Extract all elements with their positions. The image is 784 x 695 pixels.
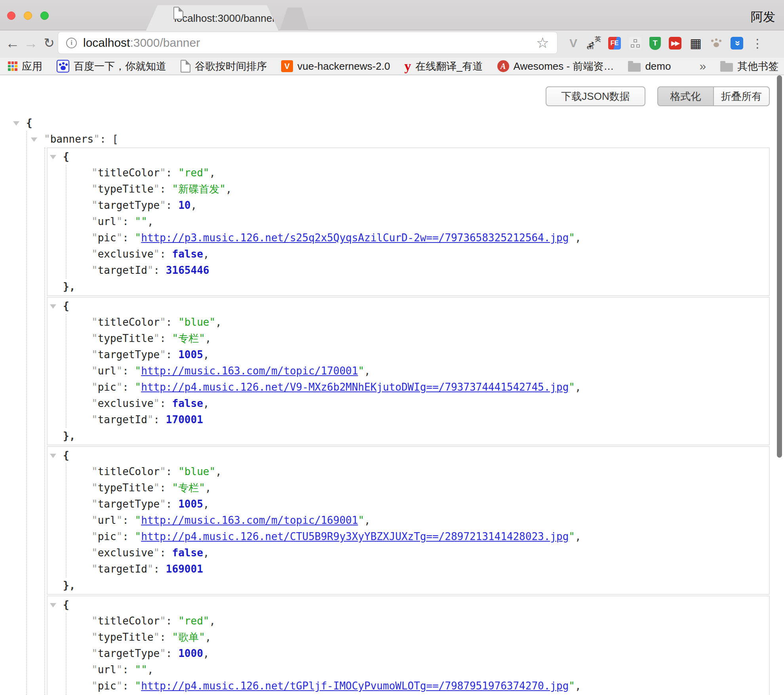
collapse-triangle-icon[interactable]: [50, 597, 63, 613]
json-url-link[interactable]: http://p4.music.126.net/V9-MXz6b2MNhEKju…: [141, 381, 569, 393]
bookmark-star-icon[interactable]: ☆: [536, 36, 549, 50]
address-bar[interactable]: i localhost:3000/banner ☆: [58, 32, 558, 54]
json-object-close: },: [50, 279, 769, 295]
extensions-bar: V 英 ⇄ en FE T ▶▶ ▦ « ⋮: [567, 33, 764, 53]
json-object-properties: "titleColor": "red","typeTitle": "新碟首发",…: [66, 165, 769, 279]
shield-icon[interactable]: T: [649, 37, 661, 50]
json-object-properties: "titleColor": "blue","typeTitle": "专栏","…: [66, 464, 769, 577]
json-property-exclusive: "exclusive": false,: [91, 545, 769, 561]
json-property-targetType: "targetType": 10,: [91, 197, 769, 214]
json-url-link[interactable]: http://p3.music.126.net/s25q2x5QyqsAzilC…: [141, 232, 569, 244]
json-object-close: },: [50, 577, 769, 594]
json-property-typeTitle: "typeTitle": "专栏",: [91, 480, 769, 496]
bookmark-label: 在线翻译_有道: [415, 59, 483, 73]
menu-dots-icon[interactable]: ⋮: [751, 36, 764, 50]
folder-icon: [628, 63, 641, 72]
bookmark-google-sort[interactable]: 谷歌按时间排序: [181, 59, 267, 73]
json-property-url: "url": "http://music.163.com/m/topic/169…: [91, 512, 769, 529]
new-tab-button[interactable]: [280, 8, 309, 31]
url-text: localhost:3000/banner: [83, 36, 536, 50]
download-arrows-icon[interactable]: «: [731, 37, 743, 50]
collapse-triangle-icon[interactable]: [31, 131, 44, 147]
json-viewer: { "banners": [ { "titleColor": "red","ty…: [0, 75, 784, 695]
json-object: { "titleColor": "blue","typeTitle": "专栏"…: [47, 297, 770, 445]
json-property-url: "url": "http://music.163.com/m/topic/170…: [91, 363, 769, 379]
json-url-link[interactable]: http://music.163.com/m/topic/169001: [141, 514, 358, 526]
tab-title: localhost:3000/banner: [174, 12, 276, 25]
collapse-all-button[interactable]: 折叠所有: [714, 86, 770, 106]
page-favicon-icon: [173, 7, 183, 19]
format-button[interactable]: 格式化: [657, 86, 714, 106]
json-property-targetType: "targetType": 1005,: [91, 347, 769, 363]
reload-button[interactable]: ↻: [40, 33, 58, 53]
json-object-properties: "titleColor": "red","typeTitle": "歌单","t…: [66, 613, 769, 695]
json-property-targetType: "targetType": 1005,: [91, 496, 769, 512]
vertical-scrollbar[interactable]: [777, 75, 782, 458]
bookmark-label: 百度一下，你就知道: [74, 59, 166, 73]
json-property-titleColor: "titleColor": "blue",: [91, 464, 769, 480]
vue-devtools-icon[interactable]: V: [567, 36, 580, 50]
page-content: 下载JSON数据 格式化 折叠所有 { "banners": [ { "titl…: [0, 75, 784, 694]
url-host: localhost: [83, 36, 130, 49]
browser-window: localhost:3000/banner × 阿发 ← → ↻ i local…: [0, 0, 784, 695]
json-property-titleColor: "titleColor": "blue",: [91, 314, 769, 330]
other-bookmarks[interactable]: 其他书签: [720, 59, 778, 73]
json-url-link[interactable]: http://p4.music.126.net/CTU5B9R9y3XyYBZX…: [141, 531, 569, 542]
bookmark-baidu[interactable]: 百度一下，你就知道: [57, 59, 166, 73]
collapse-triangle-icon[interactable]: [50, 298, 63, 314]
sitemap-icon[interactable]: [629, 37, 641, 50]
bookmark-youdao[interactable]: y 在线翻译_有道: [404, 59, 483, 73]
back-button[interactable]: ←: [4, 33, 21, 53]
bookmark-label: 应用: [22, 59, 42, 73]
browser-tab[interactable]: localhost:3000/banner ×: [146, 5, 279, 31]
page-icon: [181, 60, 190, 73]
translate-icon[interactable]: 英 ⇄ en: [588, 36, 600, 50]
fast-forward-icon[interactable]: ▶▶: [669, 37, 681, 50]
json-object-open: {: [50, 447, 769, 464]
traffic-lights: [7, 11, 49, 20]
info-icon[interactable]: i: [66, 38, 77, 48]
window-user-label: 阿发: [751, 9, 775, 25]
close-window-icon[interactable]: [7, 11, 15, 20]
json-url-link[interactable]: http://p4.music.126.net/tGPljf-IMOCyPvum…: [141, 680, 569, 692]
json-object-close: },: [50, 428, 769, 444]
collapse-triangle-icon[interactable]: [50, 149, 63, 165]
json-property-targetId: "targetId": 3165446: [91, 262, 769, 279]
json-property-titleColor: "titleColor": "red",: [91, 613, 769, 629]
json-object: { "titleColor": "red","typeTitle": "歌单",…: [47, 596, 770, 695]
bookmarks-overflow-icon[interactable]: »: [699, 59, 706, 73]
json-property-targetId: "targetId": 170001: [91, 412, 769, 428]
json-property-exclusive: "exclusive": false,: [91, 395, 769, 412]
json-object: { "titleColor": "blue","typeTitle": "专栏"…: [47, 446, 770, 595]
collapse-triangle-icon[interactable]: [13, 115, 26, 131]
youdao-icon: y: [404, 60, 411, 72]
bookmark-apps[interactable]: 应用: [8, 59, 42, 73]
json-property-pic: "pic": "http://p4.music.126.net/tGPljf-I…: [91, 678, 769, 694]
url-path: :3000/banner: [130, 36, 200, 49]
paw-icon[interactable]: [710, 37, 723, 50]
download-json-button[interactable]: 下载JSON数据: [546, 86, 645, 106]
bookmark-awesomes[interactable]: A Awesomes - 前端资…: [497, 59, 614, 73]
json-property-url: "url": "",: [91, 214, 769, 230]
fe-icon[interactable]: FE: [608, 37, 621, 50]
minimize-window-icon[interactable]: [24, 11, 32, 20]
bookmark-demo-folder[interactable]: demo: [628, 60, 671, 73]
json-url-link[interactable]: http://music.163.com/m/topic/170001: [141, 365, 358, 377]
collapse-triangle-icon[interactable]: [50, 447, 63, 464]
json-root-children: "banners": [ { "titleColor": "red","type…: [26, 131, 770, 695]
bookmark-label: vue-hackernews-2.0: [297, 60, 390, 73]
forward-button[interactable]: →: [22, 33, 40, 53]
json-actions: 下载JSON数据 格式化 折叠所有: [546, 86, 770, 106]
json-property-targetType: "targetType": 1000,: [91, 645, 769, 662]
json-object-open: {: [50, 149, 769, 165]
qrcode-icon[interactable]: ▦: [689, 36, 702, 50]
bookmark-vue-hackernews[interactable]: V vue-hackernews-2.0: [281, 60, 390, 73]
json-banners-key: "banners": [: [31, 131, 770, 147]
bookmark-label: demo: [645, 60, 671, 73]
vue-icon: V: [281, 60, 293, 72]
bookmark-label: Awesomes - 前端资…: [514, 59, 614, 73]
json-property-url: "url": "",: [91, 662, 769, 678]
zoom-window-icon[interactable]: [40, 11, 49, 20]
json-object-properties: "titleColor": "blue","typeTitle": "专栏","…: [66, 314, 769, 428]
json-object-open: {: [50, 597, 769, 613]
